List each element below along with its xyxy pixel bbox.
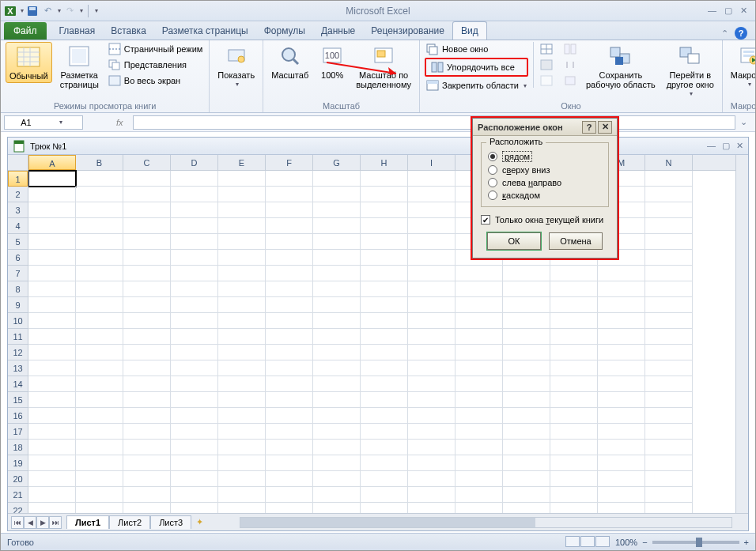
cell[interactable] bbox=[455, 471, 503, 487]
cell[interactable] bbox=[313, 313, 361, 329]
cell[interactable] bbox=[503, 281, 550, 297]
cell[interactable] bbox=[455, 329, 503, 345]
cell[interactable] bbox=[266, 202, 313, 218]
cell[interactable] bbox=[455, 503, 503, 513]
cell[interactable] bbox=[123, 487, 171, 503]
ribbon-minimize-icon[interactable]: ⌃ bbox=[721, 28, 728, 39]
cell[interactable] bbox=[361, 392, 408, 408]
cell[interactable] bbox=[455, 408, 503, 424]
cell[interactable] bbox=[218, 360, 266, 376]
row-header[interactable]: 12 bbox=[8, 345, 28, 360]
radio-vertical[interactable]: слева направо bbox=[488, 176, 602, 189]
cell[interactable] bbox=[218, 487, 266, 503]
cell[interactable] bbox=[266, 187, 313, 202]
redo-menu-arrow[interactable]: ▾ bbox=[80, 7, 83, 14]
cell[interactable] bbox=[361, 471, 408, 487]
cell[interactable] bbox=[218, 424, 266, 440]
sheet-nav-prev-icon[interactable]: ◀ bbox=[24, 516, 36, 529]
row-header[interactable]: 20 bbox=[8, 471, 28, 487]
sheet-tab-3[interactable]: Лист3 bbox=[150, 515, 191, 529]
cell[interactable] bbox=[408, 392, 455, 408]
cell[interactable] bbox=[313, 408, 361, 424]
cell[interactable] bbox=[218, 408, 266, 424]
cell[interactable] bbox=[503, 471, 550, 487]
cell[interactable] bbox=[455, 297, 503, 313]
cell[interactable] bbox=[503, 297, 550, 313]
cell[interactable] bbox=[550, 440, 598, 455]
cell[interactable] bbox=[455, 360, 503, 376]
cell[interactable] bbox=[361, 424, 408, 440]
cell[interactable] bbox=[598, 503, 645, 513]
cell[interactable] bbox=[550, 281, 598, 297]
cell[interactable] bbox=[313, 187, 361, 202]
cell[interactable] bbox=[361, 360, 408, 376]
cell[interactable] bbox=[28, 266, 76, 281]
cell[interactable] bbox=[28, 329, 76, 345]
qat-menu-icon[interactable]: ▾ bbox=[21, 7, 24, 14]
cell[interactable] bbox=[76, 202, 123, 218]
cell[interactable] bbox=[76, 345, 123, 360]
row-header[interactable]: 11 bbox=[8, 329, 28, 345]
cell[interactable] bbox=[76, 266, 123, 281]
cell[interactable] bbox=[455, 424, 503, 440]
cell[interactable] bbox=[361, 187, 408, 202]
cell[interactable] bbox=[123, 266, 171, 281]
minimize-icon[interactable]: — bbox=[708, 6, 716, 16]
cell[interactable] bbox=[408, 297, 455, 313]
cell[interactable] bbox=[266, 376, 313, 392]
view-page-layout-icon[interactable] bbox=[580, 536, 595, 547]
cell[interactable] bbox=[503, 266, 550, 281]
cell[interactable] bbox=[28, 503, 76, 513]
row-header[interactable]: 4 bbox=[8, 218, 28, 234]
cell[interactable] bbox=[455, 345, 503, 360]
zoom-100-button[interactable]: 100 100% bbox=[316, 42, 348, 81]
cell[interactable] bbox=[266, 266, 313, 281]
undo-icon[interactable]: ↶ bbox=[41, 5, 54, 17]
row-header[interactable]: 3 bbox=[8, 202, 28, 218]
cell[interactable] bbox=[123, 471, 171, 487]
cell[interactable] bbox=[313, 266, 361, 281]
cell[interactable] bbox=[503, 408, 550, 424]
cell[interactable] bbox=[218, 281, 266, 297]
tab-insert[interactable]: Вставка bbox=[103, 22, 154, 40]
cell[interactable] bbox=[123, 376, 171, 392]
cell[interactable] bbox=[28, 281, 76, 297]
cell[interactable] bbox=[361, 408, 408, 424]
cell[interactable] bbox=[76, 329, 123, 345]
cell[interactable] bbox=[76, 297, 123, 313]
cell[interactable] bbox=[171, 313, 218, 329]
cell[interactable] bbox=[645, 297, 693, 313]
cell[interactable] bbox=[76, 440, 123, 455]
radio-tiled[interactable]: рядом bbox=[488, 149, 602, 164]
cell[interactable] bbox=[266, 281, 313, 297]
new-sheet-icon[interactable]: ✦ bbox=[191, 517, 208, 527]
cell[interactable] bbox=[503, 329, 550, 345]
column-header[interactable]: F bbox=[266, 155, 313, 170]
cell[interactable] bbox=[455, 392, 503, 408]
cell[interactable] bbox=[550, 471, 598, 487]
save-workspace-button[interactable]: Сохранить рабочую область bbox=[583, 42, 659, 91]
cell[interactable] bbox=[123, 187, 171, 202]
cell[interactable] bbox=[218, 266, 266, 281]
cell[interactable] bbox=[645, 313, 693, 329]
cell[interactable] bbox=[171, 408, 218, 424]
cell[interactable] bbox=[550, 297, 598, 313]
cell[interactable] bbox=[266, 345, 313, 360]
cell[interactable] bbox=[171, 487, 218, 503]
cell[interactable] bbox=[28, 440, 76, 455]
view-page-break-icon[interactable] bbox=[595, 536, 610, 547]
zoom-in-icon[interactable]: + bbox=[744, 538, 749, 547]
cell[interactable] bbox=[266, 471, 313, 487]
cell[interactable] bbox=[123, 392, 171, 408]
cell[interactable] bbox=[313, 171, 361, 187]
cell[interactable] bbox=[171, 471, 218, 487]
cell[interactable] bbox=[28, 471, 76, 487]
row-header[interactable]: 17 bbox=[8, 424, 28, 440]
cell[interactable] bbox=[266, 297, 313, 313]
cell[interactable] bbox=[313, 471, 361, 487]
cell[interactable] bbox=[171, 202, 218, 218]
cell[interactable] bbox=[455, 440, 503, 455]
cell[interactable] bbox=[218, 171, 266, 187]
cell[interactable] bbox=[550, 408, 598, 424]
view-side-by-side-button[interactable] bbox=[562, 42, 578, 56]
